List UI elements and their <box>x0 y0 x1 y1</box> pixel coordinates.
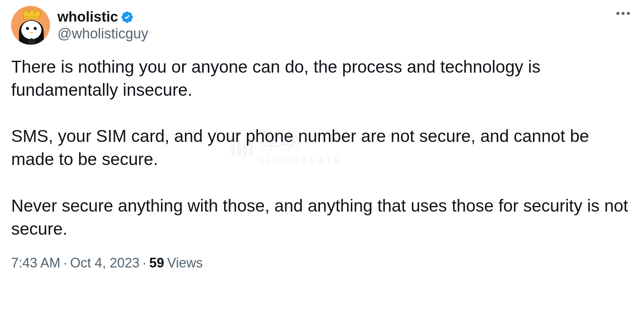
tweet-header: wholistic @wholisticguy <box>11 6 633 45</box>
name-row: wholistic <box>57 9 148 25</box>
tweet-paragraph: Never secure anything with those, and an… <box>11 196 633 238</box>
svg-point-2 <box>21 21 41 39</box>
svg-rect-1 <box>23 17 39 19</box>
views-label: Views <box>167 255 202 271</box>
avatar[interactable] <box>11 6 50 45</box>
tweet-paragraph: There is nothing you or anyone can do, t… <box>11 57 545 99</box>
svg-point-3 <box>26 27 29 30</box>
tweet: wholistic @wholisticguy There is nothing… <box>11 6 633 271</box>
display-name[interactable]: wholistic <box>57 9 118 25</box>
svg-point-4 <box>34 27 37 30</box>
svg-point-5 <box>28 38 35 45</box>
user-info: wholistic @wholisticguy <box>57 9 148 42</box>
header-left: wholistic @wholisticguy <box>11 6 148 45</box>
more-options-button[interactable] <box>613 9 633 18</box>
tweet-time[interactable]: 7:43 AM <box>11 255 60 271</box>
separator: · <box>142 255 146 271</box>
user-handle[interactable]: @wholisticguy <box>57 26 148 42</box>
verified-badge-icon <box>120 10 134 24</box>
tweet-paragraph: SMS, your SIM card, and your phone numbe… <box>11 126 594 169</box>
views-count: 59 <box>149 255 164 271</box>
tweet-meta: 7:43 AM · Oct 4, 2023 · 59 Views <box>11 255 633 271</box>
separator: · <box>63 255 67 271</box>
tweet-text: There is nothing you or anyone can do, t… <box>11 55 633 240</box>
tweet-date[interactable]: Oct 4, 2023 <box>70 255 139 271</box>
